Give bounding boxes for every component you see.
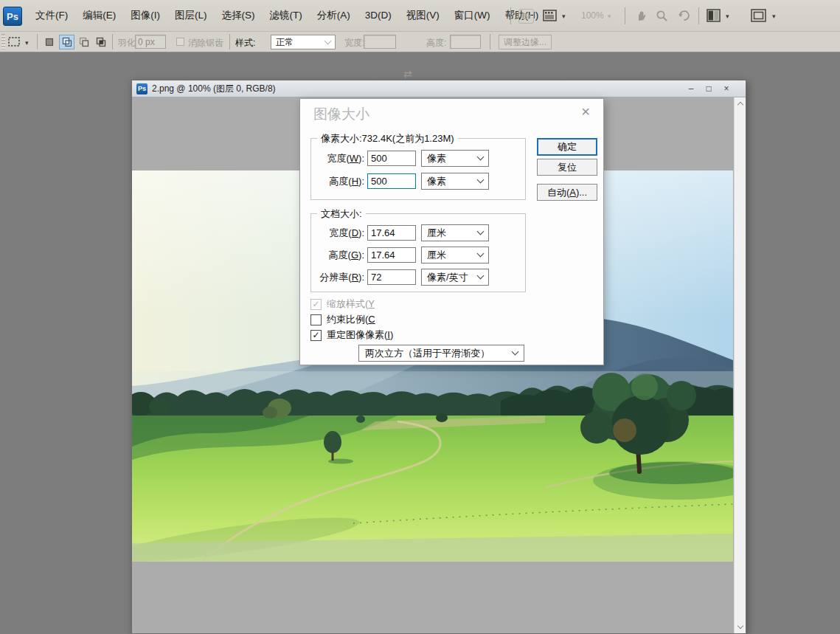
tool-preset-dropdown-arrow[interactable]: ▾ (25, 39, 29, 46)
dialog-close-button[interactable]: × (577, 103, 594, 120)
pixel-width-unit-value: 像素 (427, 152, 446, 165)
tool-options-bar: ▾ 羽化: (0, 32, 840, 52)
document-titlebar[interactable]: Ps 2.png @ 100% (图层 0, RGB/8) – □ × (132, 80, 746, 97)
constrain-proportions-row: 约束比例(C (310, 313, 375, 326)
doc-width-unit-value: 厘米 (427, 227, 446, 240)
scroll-down-button[interactable] (735, 621, 746, 633)
dialog-title: 图像大小 (313, 105, 369, 124)
pixel-height-unit-value: 像素 (427, 175, 446, 188)
doc-height-unit-value: 厘米 (427, 249, 446, 262)
photoshop-logo: Ps (3, 7, 22, 26)
style-select-value: 正常 (276, 36, 294, 49)
document-ps-icon: Ps (136, 83, 147, 94)
menu-image[interactable]: 图像(I) (123, 0, 167, 31)
menu-file[interactable]: 文件(F) (28, 0, 75, 31)
pixel-height-input[interactable] (367, 173, 416, 189)
menu-3d[interactable]: 3D(D) (358, 0, 399, 31)
scroll-up-button[interactable] (735, 97, 746, 109)
doc-width-label: 宽度(D): (314, 227, 364, 240)
view-extras-dropdown-arrow[interactable]: ▾ (562, 13, 566, 20)
height-label: 高度: (426, 37, 446, 49)
menu-analysis[interactable]: 分析(A) (310, 0, 358, 31)
menu-edit[interactable]: 编辑(E) (75, 0, 123, 31)
arrange-documents-icon[interactable] (707, 9, 721, 22)
rectangular-marquee-tool-icon[interactable] (8, 37, 20, 46)
options-bar-grip[interactable] (1, 34, 5, 49)
ok-button[interactable]: 确定 (537, 138, 597, 156)
chevron-down-icon (477, 176, 485, 184)
options-separator (490, 34, 490, 49)
style-select[interactable]: 正常 (271, 35, 336, 49)
add-to-selection-button[interactable] (59, 35, 74, 49)
menu-items: 文件(F) 编辑(E) 图像(I) 图层(L) 选择(S) 滤镜(T) 分析(A… (28, 0, 546, 31)
intersect-selection-button[interactable] (93, 35, 108, 49)
options-separator (229, 34, 230, 49)
doc-width-unit-select[interactable]: 厘米 (421, 224, 489, 241)
doc-height-label: 高度(G): (314, 249, 364, 262)
constrain-proportions-checkbox[interactable] (310, 314, 322, 325)
scale-styles-checkbox[interactable]: ✓ (310, 299, 322, 310)
pixel-width-unit-select[interactable]: 像素 (421, 150, 489, 167)
style-width-input[interactable] (364, 35, 396, 49)
options-separator (112, 34, 113, 49)
resolution-input[interactable] (367, 269, 416, 285)
reset-button[interactable]: 复位 (537, 159, 597, 176)
doc-height-unit-select[interactable]: 厘米 (421, 247, 489, 263)
menu-select[interactable]: 选择(S) (215, 0, 263, 31)
swap-dimensions-icon[interactable]: ⇄ (403, 68, 412, 80)
pixel-height-unit-select[interactable]: 像素 (421, 173, 489, 190)
resample-method-select[interactable]: 两次立方（适用于平滑渐变） (358, 345, 524, 362)
chevron-up-icon (737, 101, 743, 107)
rotate-view-icon[interactable] (677, 9, 691, 22)
menu-filter[interactable]: 滤镜(T) (263, 0, 310, 31)
close-window-button[interactable]: × (722, 81, 731, 96)
chevron-down-icon (477, 154, 485, 161)
menu-layer[interactable]: 图层(L) (167, 0, 215, 31)
new-selection-button[interactable] (42, 35, 58, 49)
refine-edge-button[interactable]: 调整边缘... (499, 35, 552, 49)
style-height-input[interactable] (450, 35, 481, 49)
subtract-from-selection-button[interactable] (76, 35, 91, 49)
doc-height-input[interactable] (367, 247, 416, 263)
chevron-down-icon (512, 348, 519, 356)
scale-styles-row: ✓ 缩放样式(Y (310, 297, 375, 311)
doc-width-row: 宽度(D): 厘米 (314, 224, 489, 241)
scale-styles-label: 缩放样式(Y (327, 297, 375, 311)
intersect-selection-icon (96, 37, 106, 47)
antialias-label: 消除锯齿 (188, 37, 223, 49)
menu-view[interactable]: 视图(V) (399, 0, 447, 31)
menu-window[interactable]: 窗口(W) (447, 0, 498, 31)
vertical-scrollbar[interactable] (734, 97, 746, 633)
chevron-down-icon (477, 272, 485, 280)
pixel-width-input[interactable] (367, 151, 416, 166)
toolbar-separator (510, 7, 511, 24)
maximize-button[interactable]: □ (704, 81, 713, 96)
antialias-checkbox[interactable] (176, 38, 184, 46)
view-extras-icon[interactable] (543, 10, 557, 21)
arrange-documents-dropdown-arrow[interactable]: ▾ (726, 13, 729, 20)
screen-mode-icon[interactable] (751, 9, 766, 22)
auto-button[interactable]: 自动(A)... (537, 184, 597, 201)
resolution-unit-select[interactable]: 像素/英寸 (421, 269, 489, 286)
menu-bar: Ps 文件(F) 编辑(E) 图像(I) 图层(L) 选择(S) 滤镜(T) 分… (0, 0, 840, 32)
document-title: 2.png @ 100% (图层 0, RGB/8) (152, 83, 276, 95)
chevron-down-icon (324, 37, 332, 44)
zoom-tool-icon[interactable] (656, 10, 668, 22)
screen-mode-dropdown-arrow[interactable]: ▾ (772, 13, 776, 20)
zoom-level[interactable]: 100% (581, 10, 604, 21)
hand-tool-icon[interactable] (635, 9, 648, 22)
pixel-height-label: 高度(H): (314, 175, 364, 188)
resample-image-checkbox[interactable]: ✓ (310, 330, 322, 341)
feather-input[interactable] (135, 35, 166, 49)
subtract-from-selection-icon (79, 37, 89, 47)
doc-width-input[interactable] (367, 225, 416, 241)
add-to-selection-icon (62, 37, 72, 47)
resolution-row: 分辨率(R): 像素/英寸 (314, 269, 489, 286)
image-size-dialog[interactable]: 图像大小 × 像素大小:732.4K(之前为1.23M) 宽度(W): 像素 高… (299, 98, 604, 365)
document-size-legend: 文档大小: (317, 207, 366, 221)
launch-bridge-button[interactable]: Br (518, 9, 534, 24)
pixel-width-row: 宽度(W): 像素 (314, 150, 489, 167)
minimize-button[interactable]: – (687, 81, 695, 96)
zoom-level-dropdown-arrow[interactable]: ▾ (608, 13, 611, 20)
resolution-label: 分辨率(R): (314, 271, 364, 284)
